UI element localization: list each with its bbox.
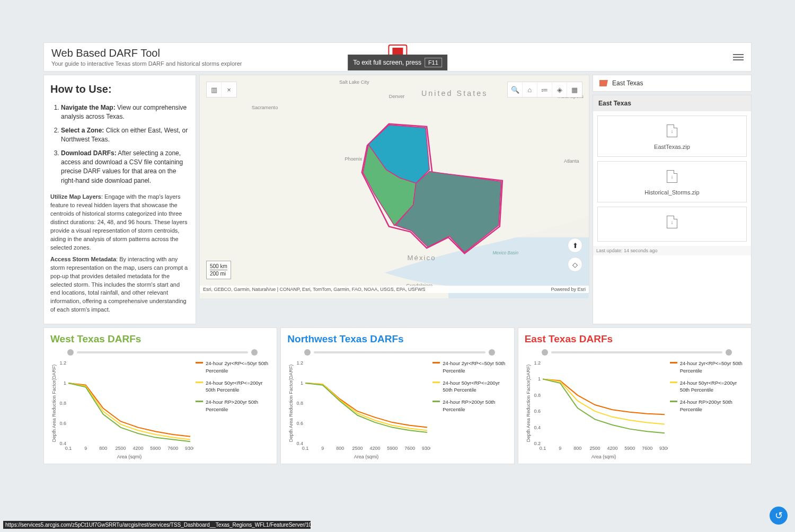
map-attribution: Esri, GEBCO, Garmin, NaturalVue | CONANP… — [200, 286, 589, 293]
how-to-use-heading: How to Use: — [50, 82, 189, 97]
svg-text:0.8: 0.8 — [297, 401, 304, 406]
menu-button[interactable] — [733, 52, 744, 62]
slider-handle-right[interactable] — [489, 349, 495, 356]
chart-title: West Texas DARFs — [50, 333, 270, 345]
map-canvas[interactable]: Salt Lake City Denver Sacramento United … — [200, 75, 589, 298]
legend-swatch — [670, 382, 677, 383]
downloads-header: East Texas — [593, 95, 751, 111]
legend-swatch — [670, 401, 677, 402]
slider-handle-left[interactable] — [67, 349, 74, 356]
svg-text:0.6: 0.6 — [297, 421, 304, 426]
slider-handle-right[interactable] — [251, 349, 258, 356]
svg-text:4200: 4200 — [370, 446, 381, 451]
svg-text:5900: 5900 — [624, 446, 635, 451]
basemap-button[interactable]: ▦ — [567, 82, 582, 97]
svg-text:Area (sqmi): Area (sqmi) — [354, 454, 379, 459]
metadata-paragraph: Access Storm Metadata: By interacting wi… — [50, 255, 189, 315]
layers-button[interactable]: ◈ — [552, 82, 567, 97]
fullscreen-exit-banner: To exit full screen, press F11 — [348, 55, 447, 70]
svg-text:1.2: 1.2 — [297, 360, 304, 366]
map-controls-right: 🔍 ⌂ ≔ ◈ ▦ — [507, 82, 582, 97]
svg-text:2500: 2500 — [589, 446, 600, 451]
chart-slider[interactable] — [50, 349, 270, 356]
svg-text:1.2: 1.2 — [534, 360, 541, 366]
chart-slider[interactable] — [525, 349, 745, 356]
legend-swatch — [196, 401, 203, 402]
svg-text:Depth Area Reduction Factor(DA: Depth Area Reduction Factor(DARF) — [288, 365, 294, 442]
locate-button[interactable]: ◇ — [568, 257, 582, 272]
castle-icon — [392, 48, 403, 55]
banner-text: To exit full screen, press — [353, 59, 421, 66]
file-download-icon — [667, 125, 677, 137]
svg-text:2500: 2500 — [116, 446, 126, 451]
svg-text:5900: 5900 — [387, 446, 398, 451]
svg-text:800: 800 — [99, 446, 107, 451]
bookmark-button[interactable]: ▥ — [207, 82, 222, 97]
svg-text:1: 1 — [538, 377, 541, 382]
app-title: Web Based DARF Tool — [51, 47, 242, 59]
svg-text:800: 800 — [337, 446, 344, 451]
chart-northwest: 0.40.60.811.20.1980025004200590076009300… — [287, 360, 430, 460]
svg-text:0.8: 0.8 — [534, 393, 541, 398]
search-button[interactable]: 🔍 — [508, 82, 523, 97]
chart-legend: 24-hour 2yr<RP<=50yr 50th Percentile 24-… — [193, 360, 270, 460]
slider-handle-left[interactable] — [304, 349, 311, 356]
download-item[interactable] — [597, 207, 747, 242]
svg-text:9300: 9300 — [422, 446, 430, 451]
close-button[interactable]: × — [222, 82, 236, 97]
scale-bar: 500 km 200 mi — [206, 261, 231, 279]
svg-text:0.8: 0.8 — [59, 401, 66, 406]
steps-list: Navigate the Map: View our comprehensive… — [50, 103, 189, 185]
chart-east: 0.20.40.60.811.20.1980025004200590076009… — [525, 360, 668, 460]
legend-swatch — [432, 401, 440, 402]
city-label: Denver — [389, 94, 405, 99]
download-filename: EastTexas.zip — [654, 144, 690, 150]
svg-text:1: 1 — [64, 380, 66, 386]
chart-panel-northwest: Northwest Texas DARFs 0.40.60.811.20.198… — [280, 327, 514, 464]
map-controls-left: ▥ × — [206, 82, 237, 97]
zone-swatch-icon — [599, 80, 608, 86]
svg-text:4200: 4200 — [607, 446, 617, 451]
selected-zone-card[interactable]: East Texas — [593, 75, 752, 92]
svg-text:0.1: 0.1 — [302, 446, 309, 451]
compass-button[interactable]: ⬆ — [568, 238, 582, 253]
svg-text:9: 9 — [322, 446, 324, 451]
city-label: Salt Lake City — [339, 79, 369, 85]
slider-handle-right[interactable] — [726, 349, 732, 356]
svg-text:7600: 7600 — [167, 446, 178, 451]
chart-slider[interactable] — [287, 349, 507, 356]
city-label: Sacramento — [252, 105, 278, 110]
layers-paragraph: Utilize Map Layers: Engage with the map'… — [50, 193, 189, 252]
svg-text:800: 800 — [573, 446, 581, 451]
city-label: Atlanta — [564, 158, 579, 164]
app-subtitle: Your guide to interactive Texas storm DA… — [51, 60, 242, 67]
svg-text:9: 9 — [84, 446, 87, 451]
svg-text:1.2: 1.2 — [59, 360, 66, 366]
downloads-panel: East Texas EastTexas.zip Historical_Stor… — [593, 95, 752, 324]
legend-swatch — [196, 382, 203, 383]
slider-handle-left[interactable] — [542, 349, 548, 356]
chart-west: 0.40.60.811.20.1980025004200590076009300… — [50, 360, 193, 460]
map-panel[interactable]: Salt Lake City Denver Sacramento United … — [199, 75, 589, 294]
step-1: Navigate the Map: View our comprehensive… — [61, 103, 189, 122]
city-label: Phoenix — [344, 156, 363, 162]
svg-text:0.1: 0.1 — [539, 446, 546, 451]
legend-button[interactable]: ≔ — [537, 82, 552, 97]
chart-panel-west: West Texas DARFs 0.40.60.811.20.19800250… — [43, 327, 277, 464]
legend-swatch — [196, 362, 203, 363]
chart-panel-east: East Texas DARFs 0.20.40.60.811.20.19800… — [518, 327, 752, 464]
home-button[interactable]: ⌂ — [523, 82, 537, 97]
svg-text:0.1: 0.1 — [65, 446, 72, 451]
f11-key-icon: F11 — [425, 58, 442, 67]
last-update-text: Last update: 14 seconds ago — [593, 246, 751, 255]
download-item[interactable]: EastTexas.zip — [597, 116, 747, 157]
download-item[interactable]: Historical_Storms.zip — [597, 161, 747, 202]
zone-label: East Texas — [612, 79, 643, 87]
svg-text:0.4: 0.4 — [534, 425, 541, 430]
chart-legend: 24-hour 2yr<RP<=50yr 50th Percentile 24-… — [668, 360, 745, 460]
legend-swatch — [432, 382, 440, 383]
chart-title: Northwest Texas DARFs — [287, 333, 507, 345]
svg-text:0.6: 0.6 — [534, 409, 541, 414]
file-download-icon — [667, 170, 677, 183]
how-to-use-panel: How to Use: Navigate the Map: View our c… — [43, 75, 196, 324]
